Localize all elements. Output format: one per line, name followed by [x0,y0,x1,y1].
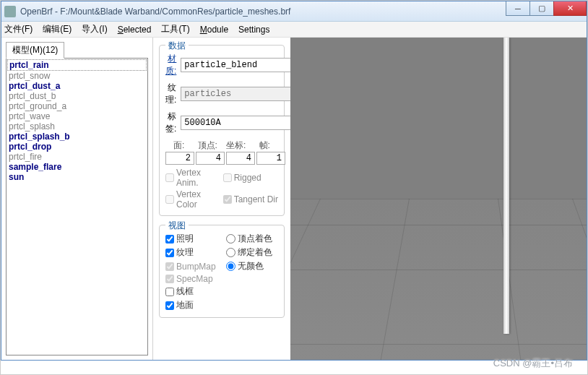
list-item[interactable]: prtcl_splash [7,121,147,132]
view-group-title: 视图 [165,220,189,232]
list-item[interactable]: sun [7,172,147,182]
faces-header: 面: [165,139,193,152]
list-item[interactable]: prtcl_fire [7,152,147,162]
verts-value [196,152,225,165]
window-title: OpenBrf - F:/Mount&Blade Warband/CommonR… [20,7,290,17]
verts-header: 顶点: [194,139,222,152]
wireframe-check[interactable] [165,288,174,296]
list-item[interactable]: prtcl_wave [7,111,147,121]
vertex-anim-check [165,173,174,182]
faces-value [165,152,194,165]
list-item[interactable]: prtcl_splash_b [7,132,147,142]
texture-label: 纹理: [165,82,176,106]
tag-label: 标签: [165,111,176,135]
no-shade-radio[interactable] [226,262,235,271]
watermark: CSDN @霸王•吕布 [493,357,573,370]
coords-header: 坐标: [222,139,250,152]
texture-input [181,87,293,101]
menu-import[interactable]: 导入(I) [82,23,107,35]
app-icon [4,6,16,17]
frames-header: 帧: [251,139,279,152]
bind-shade-radio[interactable] [226,248,235,257]
properties-panel: 数据 材质: 纹理: 标签: ... 面: 顶点: 坐标: [153,38,290,360]
material-input[interactable] [181,58,293,72]
grid-line [290,199,587,199]
data-group-title: 数据 [165,40,189,52]
model-list-panel: 模型(M)(12) prtcl_rainprtcl_snowprtcl_dust… [1,38,153,360]
menu-edit[interactable]: 编辑(E) [43,23,72,35]
list-item[interactable]: prtcl_dust_a [7,81,147,91]
grid-line [290,225,587,225]
list-item[interactable]: sample_flare [7,162,147,172]
model-list[interactable]: prtcl_rainprtcl_snowprtcl_dust_aprtcl_du… [6,58,148,355]
menu-file[interactable]: 文件(F) [4,23,33,35]
data-group: 数据 材质: 纹理: 标签: ... 面: 顶点: 坐标: [159,45,285,216]
rigged-check [223,173,232,182]
ground-plane [290,199,587,360]
grid-line [290,270,587,270]
title-bar: OpenBrf - F:/Mount&Blade Warband/CommonR… [1,1,587,22]
frames-value [256,152,285,165]
menu-tools[interactable]: 工具(T) [161,23,189,35]
mesh-preview [503,38,509,334]
list-item[interactable]: prtcl_drop [7,142,147,152]
tab-models[interactable]: 模型(M)(12) [6,42,64,59]
texture-check[interactable] [165,249,174,257]
list-item[interactable]: prtcl_snow [7,71,147,81]
coords-value [226,152,255,165]
close-button[interactable]: ✕ [553,1,587,16]
material-label[interactable]: 材质: [165,53,176,77]
vertex-color-check [165,195,174,204]
minimize-button[interactable]: ─ [506,1,530,16]
bumpmap-check [165,262,174,271]
list-item[interactable]: prtcl_dust_b [7,91,147,101]
menu-module[interactable]: Module [200,25,228,35]
list-item[interactable]: prtcl_rain [7,59,147,71]
maximize-button[interactable]: ▢ [529,1,554,16]
list-item[interactable]: prtcl_ground_a [7,101,147,111]
tag-input[interactable] [181,116,293,130]
vertex-shade-radio[interactable] [226,234,235,243]
ground-check[interactable] [165,301,174,310]
grid-line [290,344,587,345]
specmap-check [165,275,174,283]
lighting-check[interactable] [165,235,174,243]
view-group: 视图 照明 顶点着色 纹理 绑定着色 BumpMap 无颜色 SpecMap 线… [159,225,285,318]
menu-settings[interactable]: Settings [238,25,269,35]
menu-bar: 文件(F) 编辑(E) 导入(I) Selected 工具(T) Module … [1,22,587,38]
viewport-3d[interactable] [290,38,587,360]
menu-selected[interactable]: Selected [118,25,152,35]
tangent-dir-check [223,195,232,204]
